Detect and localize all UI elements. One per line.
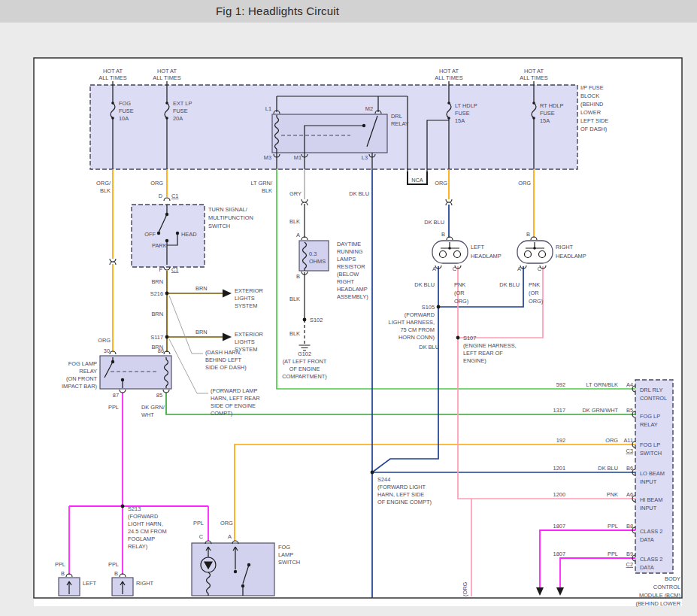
wire-org-2: ORG: [435, 180, 447, 187]
fog-lamp-switch-box: [192, 543, 274, 596]
wire-ppl-4: PPL: [193, 520, 204, 526]
pin-d: D: [159, 193, 162, 199]
fog-lamp-relay-box: [100, 356, 171, 389]
pin-85: 85: [156, 392, 162, 399]
pin-m1: M1: [294, 154, 302, 161]
pin-res-a: A: [296, 232, 300, 238]
circuit-1317: 1317: [553, 407, 565, 414]
wire-dk-blu-5: DK BLU: [419, 344, 439, 350]
pin-l1: L1: [265, 105, 271, 112]
nca-label: NCA: [411, 177, 423, 184]
wire-brn-2: BRN: [151, 311, 163, 317]
splice-s105: [437, 305, 441, 309]
left-fog-lamp-label: LEFT: [83, 580, 97, 587]
bcm-pin-a4: A4: [626, 381, 633, 388]
wire-brn-arrow-1: BRN: [195, 285, 208, 292]
wire-brn-1: BRN: [151, 278, 163, 285]
pos-off: OFF: [144, 231, 156, 238]
pin-l3: L3: [362, 154, 368, 161]
pin-res-b: B: [296, 273, 300, 280]
pin-c-rh: C: [538, 266, 542, 272]
pos-head: HEAD: [181, 231, 197, 238]
wire-dk-blu-4: DK BLU: [499, 281, 520, 288]
circuit-1201: 1201: [553, 465, 565, 472]
splice-s117: [165, 335, 169, 339]
bcm-pin-c2: C2: [626, 561, 633, 568]
right-fog-lamp-label: RIGHT: [136, 580, 153, 587]
pos-park: PARK: [152, 242, 167, 249]
bcm-pin-a11: A11: [623, 437, 633, 444]
wire-dk-blu-2: DK BLU: [424, 219, 444, 226]
color-ppl-b: PPL: [608, 551, 618, 557]
pin-87: 87: [113, 392, 119, 399]
wire-dk-blu-1: DK BLU: [349, 190, 369, 197]
bcm-pin-b8: B8: [626, 523, 633, 530]
splice-s102: [303, 318, 307, 322]
bcm-pin-c3: C3: [626, 448, 633, 454]
pin-86: 86: [158, 347, 164, 354]
pin-b-right: B: [114, 570, 118, 577]
color-dk-grn-wht: DK GRN/WHT: [582, 407, 618, 414]
pin-f: F: [159, 266, 162, 273]
circuit-592: 592: [556, 381, 565, 388]
circuit-1807b: 1807: [553, 551, 565, 557]
bcm-pin-a6: A6: [626, 491, 633, 498]
wire-blk-3: BLK: [289, 330, 300, 337]
pin-m3: M3: [264, 154, 271, 161]
wire-ppl-1: PPL: [108, 404, 119, 411]
color-pnk: PNK: [607, 491, 618, 498]
pin-b-rh: B: [526, 231, 530, 238]
bcm-pin-b6: B6: [626, 465, 633, 472]
wire-org-3: ORG: [518, 180, 531, 187]
splice-s102-label: S102: [310, 317, 323, 323]
wire-org-4: ORG: [98, 337, 111, 344]
pin-a-lh: A: [432, 266, 436, 272]
wire-blk-2: BLK: [289, 296, 300, 302]
pin-b-lh: B: [441, 231, 445, 238]
pin-f-c1: C1: [171, 266, 178, 273]
bcm-pin-b9: B9: [626, 551, 633, 557]
splice-s107: [456, 336, 460, 340]
splice-s216: [165, 292, 169, 296]
color-ppl-a: PPL: [608, 523, 618, 530]
pin-c-switch: C: [199, 533, 204, 540]
wire-ppl-3: PPL: [108, 561, 119, 568]
wire-org-1: ORG: [150, 180, 163, 187]
wire-dk-blu-3: DK BLU: [414, 281, 435, 288]
circuit-1200: 1200: [553, 491, 565, 498]
pin-m2: M2: [365, 105, 373, 112]
wire-gry: GRY: [289, 190, 302, 197]
circuit-192: 192: [556, 437, 565, 444]
dash-harn-callout: (DASH HARN,BEHIND LEFTSIDE OF DASH): [205, 349, 247, 371]
pin-b-left: B: [61, 570, 65, 577]
pin-a-switch: A: [228, 533, 232, 540]
screenshot-root: Fig 1: Headlights Circuit: [0, 0, 697, 616]
circuit-1807a: 1807: [553, 523, 565, 530]
color-lt-grn-blk: LT GRN/BLK: [586, 381, 619, 388]
splice-s216-label: S216: [150, 290, 163, 297]
pin-a-rh: A: [517, 266, 521, 272]
bcm-pin-b5: B5: [626, 407, 633, 414]
drl-relay-box: [272, 114, 387, 153]
splice-s244: [371, 471, 374, 475]
wire-org-rotated: (ORG: [462, 581, 468, 596]
wire-ppl-2: PPL: [55, 561, 65, 568]
splice-s117-label: S117: [150, 334, 163, 341]
wiring-diagram: HOT ATALL TIMESHOT ATALL TIMESHOT ATALL …: [0, 0, 697, 616]
color-dk-blu: DK BLU: [598, 465, 618, 472]
wire-blk-1: BLK: [289, 218, 300, 225]
wire-brn-arrow-2: BRN: [195, 329, 208, 335]
pin-d-c1: C1: [171, 193, 178, 199]
wire-org-5: ORG: [220, 520, 233, 526]
pin-c-lh: C: [453, 266, 457, 272]
color-org: ORG: [605, 437, 618, 444]
splice-s213: [121, 505, 125, 508]
pin-30: 30: [104, 347, 110, 354]
